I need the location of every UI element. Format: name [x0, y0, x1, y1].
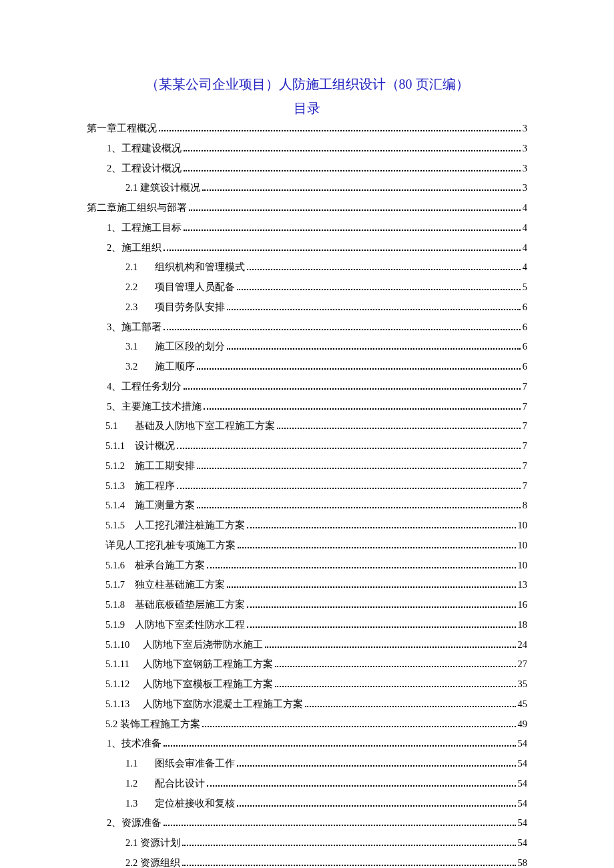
toc-entry-number: 2.1 — [125, 260, 152, 275]
toc-entry-text: 详见人工挖孔桩专项施工方案 — [105, 540, 236, 550]
toc-entry-page: 16 — [518, 598, 528, 612]
toc-leader-dots — [227, 581, 516, 588]
toc-leader-dots — [227, 304, 521, 310]
toc-leader-dots — [247, 601, 516, 608]
toc-entry-number: 5.1.8 — [105, 598, 132, 612]
toc-entry: 4、工程任务划分7 — [87, 380, 527, 394]
toc-entry-text: 2.2 资源组织 — [125, 857, 180, 868]
toc-entry-number: 5.1.11 — [105, 657, 140, 672]
toc-entry-text: 基础底板碴垫层施工方案 — [135, 599, 245, 610]
doc-title-line1: （某某公司企业项目）人防施工组织设计（80 页汇编） — [87, 73, 527, 95]
toc-entry: 详见人工挖孔桩专项施工方案10 — [87, 538, 527, 553]
toc-entry-number: 5.1.9 — [105, 618, 132, 632]
toc-leader-dots — [164, 819, 515, 826]
toc-entry-page: 8 — [523, 498, 527, 513]
toc-entry-number: 5.1.3 — [105, 479, 132, 494]
toc-entry-label: 3.2 施工顺序 — [125, 360, 195, 374]
toc-entry-label: 5.1.4 施工测量方案 — [105, 498, 195, 513]
toc-leader-dots — [177, 482, 521, 488]
toc-leader-dots — [164, 323, 521, 330]
toc-entry-label: 2、施工组织 — [107, 241, 162, 256]
toc-entry: 5.1.8 基础底板碴垫层施工方案16 — [87, 598, 527, 612]
toc-entry-number: 1.3 — [125, 797, 152, 811]
toc-entry: 第一章工程概况3 — [87, 121, 527, 136]
toc-entry-label: 5.1.9 人防地下室柔性防水工程 — [105, 618, 245, 632]
toc-entry-number: 5.1.6 — [105, 558, 132, 573]
toc-entry-label: 5.1.5 人工挖孔灌注桩施工方案 — [105, 518, 245, 533]
toc-entry-page: 5 — [523, 280, 527, 295]
toc-entry-label: 5、主要施工技术措施 — [107, 400, 202, 414]
toc-entry-page: 35 — [518, 677, 528, 692]
toc-entry-label: 2、工程设计概况 — [107, 161, 182, 176]
toc-entry-page: 3 — [523, 161, 527, 176]
toc-entry-page: 6 — [523, 340, 527, 354]
toc-leader-dots — [197, 462, 521, 469]
toc-entry-text: 5、主要施工技术措施 — [107, 401, 202, 412]
toc-entry-label: 1.1 图纸会审准备工作 — [125, 757, 235, 771]
toc-entry: 2.1 建筑设计概况3 — [87, 181, 527, 195]
toc-entry-text: 基础及人防地下室工程施工方案 — [135, 420, 275, 431]
toc-entry-text: 独立柱基础施工方案 — [135, 579, 225, 590]
toc-entry: 5.1.3 施工程序7 — [87, 479, 527, 494]
toc-entry-text: 组织机构和管理模式 — [155, 262, 245, 272]
toc-entry-text: 2、资源准备 — [107, 817, 162, 828]
toc-entry-text: 设计概况 — [135, 440, 175, 451]
toc-entry-number: 5.1.12 — [105, 677, 140, 692]
toc-entry-number: 2.3 — [125, 300, 152, 315]
toc-entry-label: 1、技术准备 — [107, 737, 162, 751]
toc-leader-dots — [247, 621, 516, 628]
toc-entry-page: 3 — [523, 181, 527, 195]
toc-entry-label: 第一章工程概况 — [87, 121, 157, 136]
toc-leader-dots — [197, 502, 521, 508]
toc-entry-page: 10 — [518, 518, 528, 533]
toc-entry: 5、主要施工技术措施7 — [87, 400, 527, 414]
toc-entry-number: 5.1.13 — [105, 697, 140, 712]
toc-entry-page: 7 — [523, 400, 527, 414]
toc-entry-label: 2.2 项目管理人员配备 — [125, 280, 235, 295]
toc-leader-dots — [182, 839, 516, 846]
toc-leader-dots — [164, 740, 515, 747]
toc-entry-text: 2.1 资源计划 — [125, 837, 180, 848]
toc-entry-page: 54 — [518, 777, 528, 791]
toc-entry-label: 5.1.2 施工工期安排 — [105, 459, 195, 474]
toc-entry: 5.1.11 人防地下室钢筋工程施工方案27 — [87, 657, 527, 672]
toc-entry-text: 4、工程任务划分 — [107, 381, 182, 392]
toc-entry-number: 2.2 — [125, 280, 152, 295]
toc-entry-page: 13 — [518, 578, 528, 592]
toc-entry: 5.1.12 人防地下室模板工程施工方案35 — [87, 677, 527, 692]
toc-leader-dots — [207, 780, 516, 787]
table-of-contents: 第一章工程概况31、工程建设概况32、工程设计概况32.1 建筑设计概况3第二章… — [87, 121, 527, 868]
toc-entry: 3.1 施工区段的划分6 — [87, 340, 527, 354]
toc-entry-page: 24 — [518, 638, 528, 653]
toc-entry-page: 3 — [523, 121, 527, 136]
toc-leader-dots — [237, 799, 516, 806]
toc-entry-label: 4、工程任务划分 — [107, 380, 182, 394]
toc-entry-page: 7 — [523, 479, 527, 494]
toc-entry: 3.2 施工顺序6 — [87, 360, 527, 374]
toc-entry: 2、施工组织4 — [87, 241, 527, 256]
toc-entry-label: 1.3 定位桩接收和复核 — [125, 797, 235, 811]
toc-entry-label: 2.1 组织机构和管理模式 — [125, 260, 245, 275]
toc-leader-dots — [275, 661, 516, 667]
toc-leader-dots — [184, 224, 521, 231]
toc-entry-label: 详见人工挖孔桩专项施工方案 — [105, 538, 236, 553]
toc-leader-dots — [184, 383, 521, 390]
toc-entry-label: 3.1 施工区段的划分 — [125, 340, 225, 354]
toc-entry-text: 第二章施工组织与部署 — [87, 202, 187, 213]
toc-leader-dots — [247, 522, 516, 528]
toc-entry-page: 54 — [518, 797, 528, 811]
toc-entry: 2.2 项目管理人员配备5 — [87, 280, 527, 295]
toc-entry-text: 1、工程施工目标 — [107, 222, 182, 233]
toc-entry-number: 5.1 — [105, 419, 132, 434]
toc-entry-label: 2.1 建筑设计概况 — [125, 181, 200, 195]
toc-leader-dots — [184, 164, 521, 171]
toc-entry-label: 2.3 项目劳务队安排 — [125, 300, 225, 315]
toc-entry-text: 人防地下室防水混凝土工程施工方案 — [143, 699, 303, 709]
toc-entry-text: 施工区段的划分 — [155, 341, 225, 352]
toc-entry-number: 5.1.2 — [105, 459, 132, 474]
toc-entry-text: 1、技术准备 — [107, 738, 162, 749]
toc-entry-label: 5.1.3 施工程序 — [105, 479, 175, 494]
toc-entry: 3、施工部署6 — [87, 320, 527, 335]
toc-entry-page: 27 — [518, 657, 528, 672]
toc-entry-number: 1.1 — [125, 757, 152, 771]
